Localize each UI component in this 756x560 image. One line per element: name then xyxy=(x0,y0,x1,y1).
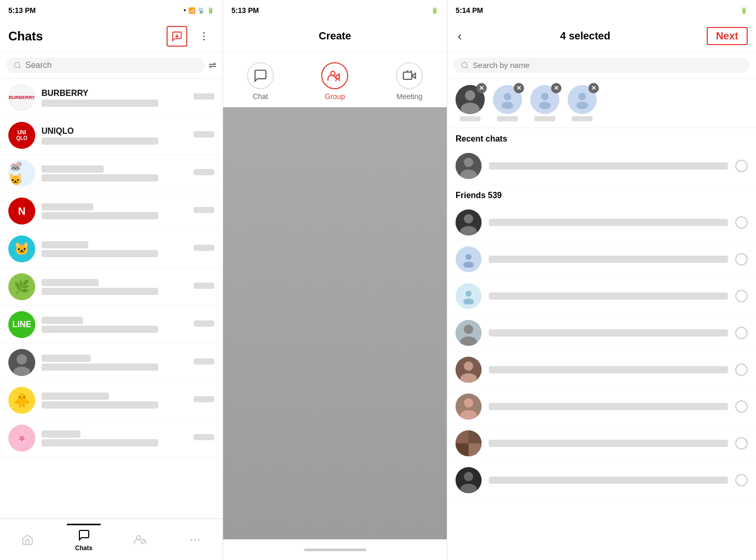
svg-point-21 xyxy=(465,90,475,101)
more-menu-button[interactable] xyxy=(194,26,214,47)
right-search-bar xyxy=(447,52,756,79)
filter-icon[interactable]: ⇌ xyxy=(209,60,216,71)
contact-photo-svg xyxy=(456,153,482,179)
friend-placeholder-svg-2 xyxy=(460,288,477,304)
contact-radio[interactable] xyxy=(735,400,748,413)
contact-avatar xyxy=(456,394,482,419)
chat-item[interactable]: 🐱 xyxy=(0,230,223,268)
contact-radio[interactable] xyxy=(735,290,748,302)
chats-label: Chats xyxy=(75,544,92,552)
chat-time xyxy=(194,131,214,137)
remove-selected-1[interactable]: ✕ xyxy=(476,83,487,93)
svg-point-40 xyxy=(464,325,473,334)
chat-preview xyxy=(42,288,158,295)
chat-item[interactable]: 🌸 xyxy=(0,419,223,457)
selected-avatar-4: ✕ xyxy=(568,85,597,121)
contact-item[interactable] xyxy=(447,388,756,425)
chats-header: Chats xyxy=(0,21,223,52)
contact-name xyxy=(489,440,728,447)
contact-item[interactable] xyxy=(447,462,756,499)
avatar: 🐥 xyxy=(8,387,35,414)
remove-selected-3[interactable]: ✕ xyxy=(551,83,561,93)
video-camera-icon xyxy=(402,68,417,83)
sel-name-4 xyxy=(572,116,593,121)
right-search-wrap[interactable] xyxy=(453,58,750,73)
svg-point-26 xyxy=(539,102,551,109)
svg-point-9 xyxy=(190,539,193,541)
nav-home[interactable] xyxy=(12,528,43,551)
chat-meta xyxy=(194,245,214,253)
chat-item[interactable] xyxy=(0,344,223,382)
nav-friends[interactable] xyxy=(125,528,156,551)
svg-point-10 xyxy=(194,539,196,541)
group-people-icon xyxy=(327,68,342,83)
contact-radio[interactable] xyxy=(735,363,748,376)
status-time-right: 5:14 PM xyxy=(456,6,483,15)
contact-radio[interactable] xyxy=(735,437,748,450)
svg-point-4 xyxy=(203,39,205,40)
nav-more[interactable] xyxy=(180,528,211,551)
chat-item[interactable]: BURBERRY BURBERRY xyxy=(0,79,223,117)
contact-radio[interactable] xyxy=(735,253,748,265)
chat-item[interactable]: UNIQLO UNIQLO xyxy=(0,117,223,155)
back-button[interactable]: ‹ xyxy=(456,27,464,46)
person-placeholder-svg-4 xyxy=(572,89,593,110)
svg-point-38 xyxy=(463,298,474,304)
remove-selected-4[interactable]: ✕ xyxy=(588,83,599,93)
contact-item[interactable] xyxy=(447,204,756,241)
create-title: Create xyxy=(319,30,351,42)
avatar: 🐱 xyxy=(8,235,35,262)
svg-point-2 xyxy=(203,32,205,34)
chat-name xyxy=(42,203,93,211)
next-button[interactable]: Next xyxy=(707,27,748,45)
create-tabs: Chat Group xyxy=(223,52,447,107)
selected-avatar-1: ✕ xyxy=(456,85,485,121)
avatar: LINE xyxy=(8,311,35,338)
chat-list: BURBERRY BURBERRY UNIQLO UNIQLO 🐭🐱 xyxy=(0,79,223,519)
contact-radio[interactable] xyxy=(735,216,748,229)
chat-info xyxy=(42,241,187,257)
contact-name xyxy=(489,477,728,484)
chats-icon xyxy=(77,528,91,542)
blur-background xyxy=(223,107,447,539)
chat-item[interactable]: LINE xyxy=(0,306,223,344)
chat-time xyxy=(194,358,214,365)
chat-item[interactable]: 🐥 xyxy=(0,382,223,419)
contact-radio[interactable] xyxy=(735,474,748,486)
search-input[interactable] xyxy=(25,61,197,70)
chat-item[interactable]: 🌿 xyxy=(0,268,223,306)
search-input-wrap[interactable] xyxy=(6,58,204,73)
wifi-icon: 📡 xyxy=(198,7,205,14)
contact-item[interactable] xyxy=(447,241,756,278)
contact-name xyxy=(489,219,728,226)
contact-item[interactable] xyxy=(447,148,756,185)
chat-preview xyxy=(42,100,158,107)
contact-item[interactable] xyxy=(447,278,756,315)
contact-radio[interactable] xyxy=(735,160,748,172)
chats-title: Chats xyxy=(8,29,43,44)
chat-time xyxy=(194,396,214,402)
chat-item[interactable]: 🐭🐱 xyxy=(0,155,223,192)
contact-item[interactable] xyxy=(447,425,756,462)
remove-selected-2[interactable]: ✕ xyxy=(514,83,524,93)
chat-preview xyxy=(42,212,158,219)
contact-radio[interactable] xyxy=(735,327,748,339)
nav-chats[interactable]: Chats xyxy=(67,524,101,556)
status-bar-left: 5:13 PM ‣ 📶 📡 🔋 xyxy=(0,0,223,21)
chat-item[interactable]: N xyxy=(0,192,223,230)
chat-meta xyxy=(194,320,214,329)
tab-group[interactable]: Group xyxy=(311,60,359,103)
friend-avatar-svg xyxy=(456,209,482,235)
tab-chat[interactable]: Chat xyxy=(237,60,284,103)
chat-meta xyxy=(194,207,214,215)
contact-item[interactable] xyxy=(447,315,756,352)
right-search-input[interactable] xyxy=(473,61,743,69)
tab-meeting[interactable]: Meeting xyxy=(386,60,433,103)
drag-handle xyxy=(304,549,366,551)
selected-avatars-row: ✕ ✕ ✕ xyxy=(447,79,756,128)
selected-avatar-3: ✕ xyxy=(530,85,559,121)
contact-item[interactable] xyxy=(447,352,756,388)
chat-info xyxy=(42,165,187,181)
new-chat-button[interactable] xyxy=(167,26,187,47)
chat-preview xyxy=(42,439,158,446)
